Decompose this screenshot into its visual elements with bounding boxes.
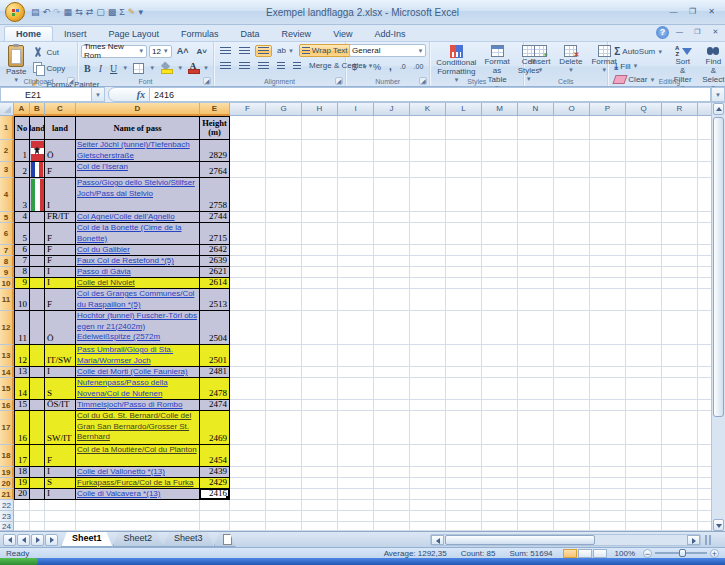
tab-review[interactable]: Review	[271, 27, 323, 41]
column-header-R[interactable]: R	[662, 103, 698, 116]
row-header-23[interactable]: 23	[0, 511, 14, 522]
cell-A2[interactable]: 1	[14, 140, 30, 162]
autosum-button[interactable]: ΣAutoSum▼	[611, 44, 666, 59]
cell-E14[interactable]: 2481	[200, 367, 230, 378]
scroll-right-button[interactable]	[687, 535, 700, 545]
cell-C14[interactable]: I	[45, 367, 76, 378]
tab-page-layout[interactable]: Page Layout	[98, 27, 171, 41]
cell-D8[interactable]: Faux Col de Restefond *(5)	[76, 256, 200, 267]
cell-A16[interactable]: 15	[14, 400, 30, 411]
cell-B15[interactable]	[30, 378, 45, 400]
insert-cells-button[interactable]: ＋ Insert▼	[527, 44, 553, 76]
column-header-E[interactable]: E	[200, 103, 230, 116]
row-header-10[interactable]: 10	[0, 278, 14, 289]
cell-E12[interactable]: 2504	[200, 311, 230, 345]
column-header-L[interactable]: L	[446, 103, 482, 116]
cell-A18[interactable]: 17	[14, 445, 30, 467]
column-header-O[interactable]: O	[554, 103, 590, 116]
cell-E9[interactable]: 2621	[200, 267, 230, 278]
cell-A5[interactable]: 4	[14, 212, 30, 223]
cell-B5[interactable]	[30, 212, 45, 223]
cell-C21[interactable]: I	[45, 489, 76, 500]
cell-E4[interactable]: 2758	[200, 178, 230, 212]
row-header-11[interactable]: 11	[0, 289, 14, 311]
previous-sheet-button[interactable]	[17, 534, 30, 546]
row-header-12[interactable]: 12	[0, 311, 14, 345]
cell-D13[interactable]: Pass Umbrail/Giogo di Sta. Maria/Wormser…	[76, 345, 200, 367]
cell-E3[interactable]: 2764	[200, 162, 230, 178]
comma-style-button[interactable]: ,	[386, 59, 395, 74]
zoom-in-button[interactable]: +	[710, 549, 719, 558]
tab-home[interactable]: Home	[4, 26, 53, 41]
cell-C1[interactable]: land	[45, 116, 76, 140]
cell-A12[interactable]: 11	[14, 311, 30, 345]
row-header-22[interactable]: 22	[0, 500, 14, 511]
row-header-17[interactable]: 17	[0, 411, 14, 445]
start-button[interactable]	[0, 558, 38, 565]
row-header-14[interactable]: 14	[0, 367, 14, 378]
row-header-24[interactable]: 24	[0, 522, 14, 531]
cell-A15[interactable]: 14	[14, 378, 30, 400]
cell-A8[interactable]: 7	[14, 256, 30, 267]
cell-D3[interactable]: Col de l'Iseran	[76, 162, 200, 178]
horizontal-scrollbar[interactable]	[430, 534, 701, 546]
restore-button[interactable]: ❐	[684, 6, 701, 18]
cell-C18[interactable]: F	[45, 445, 76, 467]
swap-icon[interactable]: ⇄	[86, 6, 94, 18]
cell-E19[interactable]: 2439	[200, 467, 230, 478]
underline-button[interactable]: U	[107, 61, 120, 76]
percent-style-button[interactable]: %	[370, 60, 384, 74]
cell-C3[interactable]: F	[45, 162, 76, 178]
align-middle-button[interactable]	[236, 45, 253, 57]
sheet-tab-sheet1[interactable]: Sheet1	[61, 532, 113, 547]
sheet-tab-sheet2[interactable]: Sheet2	[113, 532, 164, 547]
bold-button[interactable]: B	[81, 61, 94, 76]
cell-A7[interactable]: 6	[14, 245, 30, 256]
cell-A17[interactable]: 16	[14, 411, 30, 445]
insert-function-button[interactable]: fx	[108, 87, 150, 102]
row-header-8[interactable]: 8	[0, 256, 14, 267]
workbook-restore-button[interactable]: ❐	[690, 27, 705, 38]
row-header-16[interactable]: 16	[0, 400, 14, 411]
tab-formulas[interactable]: Formulas	[170, 27, 230, 41]
cell-C5[interactable]: FR/IT	[45, 212, 76, 223]
cell-E6[interactable]: 2715	[200, 223, 230, 245]
row-header-7[interactable]: 7	[0, 245, 14, 256]
tab-data[interactable]: Data	[230, 27, 271, 41]
cell-B9[interactable]	[30, 267, 45, 278]
cell-A1[interactable]: No	[14, 116, 30, 140]
cell-E11[interactable]: 2513	[200, 289, 230, 311]
font-dialog-launcher[interactable]: ◢	[203, 77, 211, 85]
cell-C4[interactable]: I	[45, 178, 76, 212]
redo-icon[interactable]: ↷	[53, 6, 61, 18]
alignment-dialog-launcher[interactable]: ◢	[335, 77, 343, 85]
orientation-button[interactable]: ab▼	[274, 44, 297, 57]
cell-C13[interactable]: IT/SW	[45, 345, 76, 367]
cell-B6[interactable]	[30, 223, 45, 245]
italic-button[interactable]: I	[96, 61, 105, 76]
cell-D9[interactable]: Passo di Gávia	[76, 267, 200, 278]
conditional-formatting-button[interactable]: Conditional Formatting▼	[433, 44, 479, 76]
increase-decimal-button[interactable]: .0	[397, 61, 409, 72]
fill-button[interactable]: ⤓Fill▼	[611, 59, 666, 73]
scroll-down-button[interactable]	[713, 519, 724, 531]
align-bottom-button[interactable]	[255, 45, 272, 57]
cell-E2[interactable]: 2829	[200, 140, 230, 162]
cell-C9[interactable]: I	[45, 267, 76, 278]
windows-taskbar[interactable]	[0, 558, 725, 565]
grow-font-button[interactable]: A˄	[174, 44, 192, 58]
borders-button[interactable]	[130, 61, 147, 76]
increase-indent-button[interactable]	[290, 60, 304, 72]
autosum-icon[interactable]: Σ	[119, 6, 125, 18]
column-header-Q[interactable]: Q	[626, 103, 662, 116]
column-header-N[interactable]: N	[518, 103, 554, 116]
row-header-3[interactable]: 3	[0, 162, 14, 178]
cell-C6[interactable]: F	[45, 223, 76, 245]
row-header-20[interactable]: 20	[0, 478, 14, 489]
cell-A11[interactable]: 10	[14, 289, 30, 311]
select-all-button[interactable]	[0, 103, 14, 116]
save-icon[interactable]: ▤	[31, 6, 40, 18]
cell-C10[interactable]: I	[45, 278, 76, 289]
cell-C8[interactable]: F	[45, 256, 76, 267]
cell-D2[interactable]: Seiter Jöchl (tunnel)/Tiefenbach Gletsch…	[76, 140, 200, 162]
